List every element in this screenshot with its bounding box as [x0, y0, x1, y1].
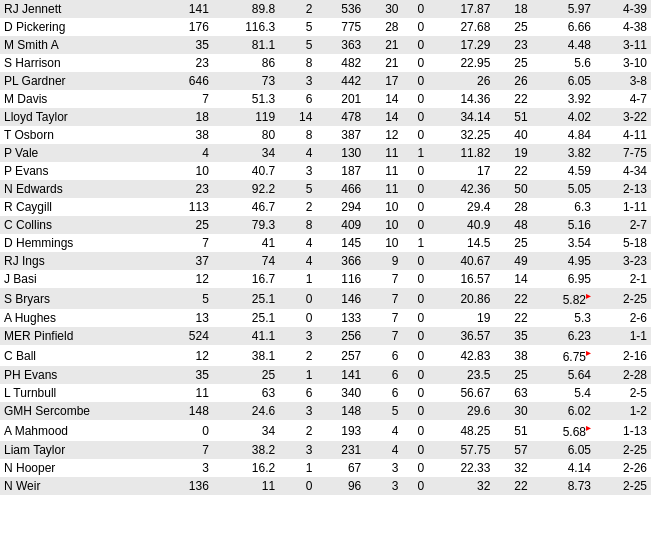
table-cell: J Basi	[0, 270, 164, 288]
table-cell: 67	[316, 459, 365, 477]
table-cell: 10	[164, 162, 213, 180]
table-cell: 3-22	[595, 108, 651, 126]
table-cell: 2	[279, 0, 316, 18]
table-cell: 2-1	[595, 270, 651, 288]
table-cell: 17.29	[428, 36, 494, 54]
table-cell: 7	[164, 90, 213, 108]
table-cell: 187	[316, 162, 365, 180]
table-cell: 18	[164, 108, 213, 126]
table-cell: 4-7	[595, 90, 651, 108]
table-row: N Edwards2392.2546611042.36505.052-13	[0, 180, 651, 198]
table-cell: 22	[494, 162, 531, 180]
table-cell: 482	[316, 54, 365, 72]
table-cell: 0	[279, 477, 316, 495]
table-cell: 1-2	[595, 402, 651, 420]
table-cell: 11	[164, 384, 213, 402]
table-cell: 6.05	[532, 72, 595, 90]
table-cell: 48	[494, 216, 531, 234]
table-cell: 2	[279, 198, 316, 216]
table-cell: 6.75▸	[532, 345, 595, 366]
table-cell: 0	[164, 420, 213, 441]
table-cell: 8	[279, 126, 316, 144]
table-cell: 25	[494, 366, 531, 384]
table-cell: 10	[365, 198, 402, 216]
table-cell: 46.7	[213, 198, 279, 216]
table-cell: 5.68▸	[532, 420, 595, 441]
table-cell: 257	[316, 345, 365, 366]
table-cell: 3	[365, 477, 402, 495]
table-cell: 73	[213, 72, 279, 90]
table-cell: 0	[403, 126, 429, 144]
table-cell: 141	[316, 366, 365, 384]
table-cell: 26	[428, 72, 494, 90]
table-cell: 50	[494, 180, 531, 198]
table-cell: T Osborn	[0, 126, 164, 144]
table-cell: 7	[365, 309, 402, 327]
table-cell: 7	[365, 288, 402, 309]
table-cell: 36.57	[428, 327, 494, 345]
table-cell: 5	[279, 180, 316, 198]
table-cell: 14	[279, 108, 316, 126]
table-cell: 0	[403, 0, 429, 18]
table-cell: C Ball	[0, 345, 164, 366]
table-cell: 12	[365, 126, 402, 144]
table-cell: 3-11	[595, 36, 651, 54]
table-cell: 231	[316, 441, 365, 459]
table-cell: 3-10	[595, 54, 651, 72]
table-cell: 5.05	[532, 180, 595, 198]
table-cell: A Mahmood	[0, 420, 164, 441]
table-cell: 0	[403, 90, 429, 108]
table-cell: 42.36	[428, 180, 494, 198]
table-cell: 25	[164, 216, 213, 234]
table-row: N Hooper316.21673022.33324.142-26	[0, 459, 651, 477]
table-cell: 113	[164, 198, 213, 216]
table-cell: 2-25	[595, 288, 651, 309]
table-cell: 23	[164, 54, 213, 72]
table-cell: 4.84	[532, 126, 595, 144]
table-cell: 21	[365, 36, 402, 54]
table-cell: 0	[403, 345, 429, 366]
table-cell: 35	[164, 36, 213, 54]
table-cell: 0	[403, 441, 429, 459]
table-cell: 3-8	[595, 72, 651, 90]
table-cell: 16.57	[428, 270, 494, 288]
table-cell: 6.02	[532, 402, 595, 420]
table-cell: 14.5	[428, 234, 494, 252]
table-row: M Smith A3581.1536321017.29234.483-11	[0, 36, 651, 54]
table-cell: D Hemmings	[0, 234, 164, 252]
table-cell: 0	[403, 54, 429, 72]
table-cell: 40.67	[428, 252, 494, 270]
table-cell: 32	[494, 459, 531, 477]
table-cell: 5.64	[532, 366, 595, 384]
table-cell: 2-6	[595, 309, 651, 327]
table-cell: 25	[494, 54, 531, 72]
table-cell: RJ Ings	[0, 252, 164, 270]
table-cell: 6.23	[532, 327, 595, 345]
table-cell: 41.1	[213, 327, 279, 345]
table-cell: 646	[164, 72, 213, 90]
table-cell: 25	[494, 234, 531, 252]
table-cell: 0	[403, 402, 429, 420]
table-cell: 136	[164, 477, 213, 495]
table-cell: 26	[494, 72, 531, 90]
table-cell: 5.97	[532, 0, 595, 18]
table-cell: 27.68	[428, 18, 494, 36]
table-cell: 0	[403, 420, 429, 441]
table-cell: 17	[428, 162, 494, 180]
table-cell: 12	[164, 270, 213, 288]
table-cell: 4-11	[595, 126, 651, 144]
table-cell: 8.73	[532, 477, 595, 495]
table-row: Lloyd Taylor181191447814034.14514.023-22	[0, 108, 651, 126]
table-cell: 7	[365, 327, 402, 345]
table-cell: 49	[494, 252, 531, 270]
table-cell: 116.3	[213, 18, 279, 36]
table-cell: 86	[213, 54, 279, 72]
table-cell: 19	[428, 309, 494, 327]
table-cell: 1-1	[595, 327, 651, 345]
table-cell: C Collins	[0, 216, 164, 234]
table-cell: 4.95	[532, 252, 595, 270]
table-cell: 409	[316, 216, 365, 234]
table-cell: 4.59	[532, 162, 595, 180]
table-cell: P Evans	[0, 162, 164, 180]
table-cell: M Davis	[0, 90, 164, 108]
